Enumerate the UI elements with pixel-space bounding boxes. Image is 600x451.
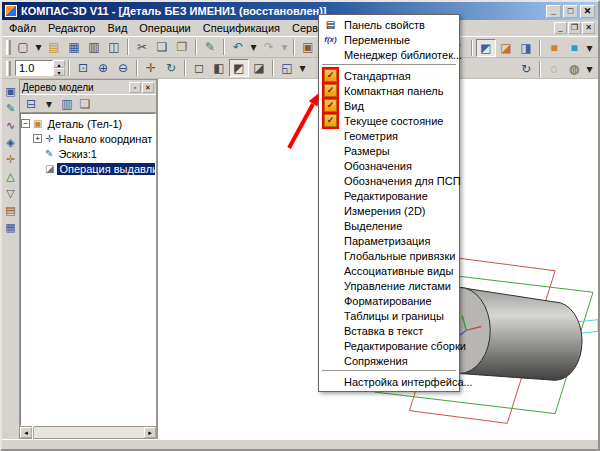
scroll-left-icon[interactable]: ◂	[20, 427, 32, 438]
menubar-item[interactable]: Операции	[133, 21, 196, 35]
library-manager-button[interactable]: ▣	[298, 38, 318, 56]
toolbar-grip[interactable]	[6, 61, 11, 76]
context-menu-item[interactable]: Сопряжения	[320, 353, 458, 368]
preview-3d-button[interactable]: ■	[564, 39, 584, 57]
specification-button[interactable]: ▤	[3, 202, 19, 218]
menubar-item[interactable]: Файл	[3, 21, 42, 35]
context-menu-item[interactable]: ✓Компактная панель	[320, 83, 458, 98]
cut-button[interactable]: ✂	[132, 38, 152, 56]
context-menu-item[interactable]: Вставка в текст	[320, 323, 458, 338]
auxiliary-geometry-button[interactable]: ✛	[3, 151, 19, 167]
context-menu-item[interactable]: Измерения (2D)	[320, 203, 458, 218]
refresh-image-button[interactable]: ↻	[516, 60, 536, 78]
measurements-3d-button[interactable]: △	[3, 168, 19, 184]
orientation-dropdown[interactable]: ▾	[297, 59, 308, 77]
minimize-button[interactable]: _	[546, 5, 561, 18]
zoom-out-button[interactable]: ⊖	[113, 59, 133, 77]
panel-close-button[interactable]: ✕	[142, 82, 154, 93]
paste-button[interactable]: ❐	[172, 38, 192, 56]
context-menu-item[interactable]: Ассоциативные виды	[320, 263, 458, 278]
context-menu-item[interactable]: Редактирование	[320, 188, 458, 203]
tree-item[interactable]: ✎Эскиз:1	[21, 146, 155, 161]
menubar-item[interactable]: Редактор	[42, 21, 101, 35]
context-menu-item[interactable]: ✓Стандартная	[320, 68, 458, 83]
expand-icon[interactable]: +	[33, 134, 42, 143]
spinner-up-icon[interactable]: ▴	[53, 60, 65, 68]
maximize-button[interactable]: □	[563, 5, 578, 18]
context-menu-item[interactable]: Таблицы и границы	[320, 308, 458, 323]
copy-properties-button[interactable]: ✎	[200, 38, 220, 56]
view-options-dropdown[interactable]: ▾	[584, 60, 595, 78]
sketch-mode-button[interactable]: ◩	[476, 39, 496, 57]
menubar-item[interactable]: Вид	[101, 21, 133, 35]
context-menu-item[interactable]: Параметризация	[320, 233, 458, 248]
context-menu-item[interactable]: Обозначения	[320, 158, 458, 173]
edit-part-button[interactable]: ▣	[3, 83, 19, 99]
mdi-close-button[interactable]: ✕	[582, 22, 595, 34]
more-commands-dropdown[interactable]: ▾	[584, 39, 595, 57]
scroll-right-icon[interactable]: ▸	[144, 427, 156, 438]
context-menu-item[interactable]: Управление листами	[320, 278, 458, 293]
toolbar-grip[interactable]	[6, 40, 11, 55]
open-document-button[interactable]: ▤	[44, 38, 64, 56]
filters-button[interactable]: ▽	[3, 185, 19, 201]
save-button[interactable]: ▦	[64, 38, 84, 56]
rotate-button[interactable]: ↻	[161, 59, 181, 77]
undo-dropdown[interactable]: ▾	[248, 38, 259, 56]
scrollbar-track[interactable]	[32, 427, 144, 438]
hide-objects-button[interactable]: ◌	[544, 60, 564, 78]
mdi-restore-button[interactable]: ❐	[568, 22, 581, 34]
spinner-down-icon[interactable]: ▾	[53, 68, 65, 76]
menubar-item[interactable]: Спецификация	[197, 21, 286, 35]
tree-item[interactable]: −▣Деталь (Тел-1)	[21, 116, 155, 131]
context-menu-item[interactable]: ▤Панель свойств	[320, 17, 458, 32]
zoom-in-button[interactable]: ⊕	[93, 59, 113, 77]
spatial-curves-button[interactable]: ∿	[3, 117, 19, 133]
extrude-operation-button[interactable]: ◪	[496, 39, 516, 57]
mdi-minimize-button[interactable]: _	[554, 22, 567, 34]
context-menu-item[interactable]: Выделение	[320, 218, 458, 233]
context-menu-item[interactable]: ✓Текущее состояние	[320, 113, 458, 128]
shaded-button[interactable]: ◩	[229, 59, 249, 77]
tree-item[interactable]: ◪Операция выдавливания:1	[21, 161, 155, 176]
tree-horizontal-scrollbar[interactable]: ◂ ▸	[20, 426, 156, 438]
context-menu-item[interactable]: Размеры	[320, 143, 458, 158]
tree-sections-button[interactable]: ▥	[58, 96, 76, 112]
tree-structure-dropdown[interactable]: ▾	[40, 96, 58, 112]
zoom-selection-button[interactable]: ⊡	[73, 59, 93, 77]
panel-pin-button[interactable]: ▫	[129, 82, 141, 93]
wireframe-button[interactable]: ◻	[189, 59, 209, 77]
reports-button[interactable]: ▦	[3, 219, 19, 235]
collapse-icon[interactable]: −	[21, 119, 30, 128]
model-3d-button[interactable]: ■	[544, 39, 564, 57]
context-menu-item[interactable]: Менеджер библиотек...	[320, 47, 458, 62]
scale-spinner[interactable]: ▴ ▾	[53, 60, 65, 76]
pan-button[interactable]: ✛	[141, 59, 161, 77]
scrollbar-thumb[interactable]	[32, 426, 34, 439]
surfaces-button[interactable]: ◈	[3, 134, 19, 150]
hidden-lines-button[interactable]: ◧	[209, 59, 229, 77]
sketch-button[interactable]: ✎	[3, 100, 19, 116]
current-scale-value[interactable]: 1.0	[15, 60, 53, 76]
context-menu-item[interactable]: f(x)Переменные	[320, 32, 458, 47]
undo-button[interactable]: ↶	[228, 38, 248, 56]
tree-detach-button[interactable]: ❏	[76, 96, 94, 112]
context-menu-item[interactable]: Геометрия	[320, 128, 458, 143]
context-menu-item[interactable]: Форматирование	[320, 293, 458, 308]
context-menu-item[interactable]: Редактирование сборки	[320, 338, 458, 353]
copy-button[interactable]: ❏	[152, 38, 172, 56]
new-document-button[interactable]: ▢	[13, 38, 33, 56]
context-menu-item[interactable]: Глобальные привязки	[320, 248, 458, 263]
context-menu-item[interactable]: Настройка интерфейса...	[320, 374, 458, 389]
close-button[interactable]: ✕	[580, 5, 595, 18]
cut-operation-button[interactable]: ◨	[516, 39, 536, 57]
shaded-edges-button[interactable]: ◪	[249, 59, 269, 77]
tree-structure-button[interactable]: ⊟	[22, 96, 40, 112]
orientation-button[interactable]: ◱	[277, 59, 297, 77]
simplified-view-button[interactable]: ◍	[564, 60, 584, 78]
context-menu-item[interactable]: Обозначения для ПСП	[320, 173, 458, 188]
new-document-dropdown[interactable]: ▾	[33, 38, 44, 56]
print-button[interactable]: ▥	[84, 38, 104, 56]
current-scale-combo[interactable]: 1.0 ▴ ▾	[15, 60, 65, 76]
print-preview-button[interactable]: ◫	[104, 38, 124, 56]
